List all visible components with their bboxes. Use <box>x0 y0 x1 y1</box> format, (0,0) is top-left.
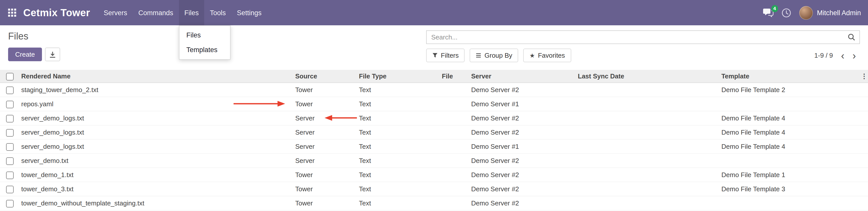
cell-file-type: Text <box>357 140 440 154</box>
files-dropdown-menu: Files Templates <box>179 25 230 60</box>
cell-last-sync-date <box>576 97 719 111</box>
cell-file <box>440 111 469 125</box>
cell-file-type: Text <box>357 83 440 97</box>
export-button[interactable] <box>45 48 60 61</box>
download-icon <box>49 51 56 58</box>
cell-file-type: Text <box>357 154 440 168</box>
page-title: Files <box>8 31 60 42</box>
dropdown-item-files[interactable]: Files <box>179 28 230 42</box>
column-header-template[interactable]: Template <box>719 70 860 83</box>
cell-last-sync-date <box>576 83 719 97</box>
row-checkbox[interactable] <box>6 171 14 179</box>
cell-file-type: Text <box>357 97 440 111</box>
search-icon[interactable] <box>848 33 855 41</box>
pager-previous-button[interactable]: ‹ <box>837 50 848 60</box>
cell-template: Demo File Template 4 <box>719 111 860 125</box>
table-row[interactable]: server_demo_logs.txt Server Text Demo Se… <box>0 125 868 140</box>
activities-button[interactable] <box>781 8 791 18</box>
app-window: Cetmix Tower Servers Commands Files File… <box>0 0 868 211</box>
cell-last-sync-date <box>576 125 719 140</box>
cell-template: Demo File Template 4 <box>719 140 860 154</box>
column-header-last-sync-date[interactable]: Last Sync Date <box>576 70 719 83</box>
user-name: Mitchell Admin <box>817 9 861 17</box>
cell-last-sync-date <box>576 111 719 125</box>
cell-template <box>719 154 860 168</box>
cell-rendered-name: staging_tower_demo_2.txt <box>20 83 293 97</box>
table-row[interactable]: staging_tower_demo_2.txt Tower Text Demo… <box>0 83 868 97</box>
table-row[interactable]: repos.yaml Tower Text Demo Server #1 <box>0 97 868 111</box>
search-box <box>426 30 860 44</box>
table-row[interactable]: tower_demo_without_template_staging.txt … <box>0 196 868 210</box>
column-header-file[interactable]: File <box>440 70 469 83</box>
control-panel-left: Files Create <box>8 29 60 70</box>
filters-label: Filters <box>441 52 459 59</box>
row-checkbox[interactable] <box>6 129 14 137</box>
navbar-systray: 4 Mitchell Admin <box>763 0 861 25</box>
row-checkbox[interactable] <box>6 185 14 193</box>
row-checkbox[interactable] <box>6 200 14 207</box>
row-checkbox[interactable] <box>6 115 14 122</box>
select-all-checkbox[interactable] <box>6 72 14 80</box>
star-icon: ★ <box>530 52 535 58</box>
cell-server: Demo Server #1 <box>469 140 576 154</box>
create-button[interactable]: Create <box>8 48 42 61</box>
cell-last-sync-date <box>576 154 719 168</box>
cell-server: Demo Server #2 <box>469 168 576 182</box>
cell-last-sync-date <box>576 182 719 196</box>
search-input[interactable] <box>426 30 860 44</box>
cell-last-sync-date <box>576 196 719 210</box>
nav-item-files[interactable]: Files <box>179 0 204 25</box>
row-checkbox[interactable] <box>6 143 14 151</box>
pager-range: 1-9 / 9 <box>814 52 833 59</box>
cell-source: Server <box>293 111 357 125</box>
table-row[interactable]: tower_demo_3.txt Tower Text Demo Server … <box>0 182 868 196</box>
cell-template: Demo File Template 1 <box>719 168 860 182</box>
optional-columns-toggle[interactable]: ⋮ <box>860 72 868 80</box>
clock-icon <box>781 8 791 18</box>
user-menu[interactable]: Mitchell Admin <box>799 6 861 20</box>
cell-template <box>719 196 860 210</box>
cell-rendered-name: tower_demo_without_template_staging.txt <box>20 196 293 210</box>
cell-rendered-name: repos.yaml <box>20 97 293 111</box>
cell-file <box>440 182 469 196</box>
favorites-label: Favorites <box>538 52 565 59</box>
nav-item-commands[interactable]: Commands <box>133 0 179 25</box>
cell-last-sync-date <box>576 140 719 154</box>
control-panel-right: Filters Group By ★ Favorites 1-9 / 9 <box>426 29 860 70</box>
table-body: staging_tower_demo_2.txt Tower Text Demo… <box>0 83 868 210</box>
table-row[interactable]: server_demo_logs.txt Server Text Demo Se… <box>0 140 868 154</box>
top-navbar: Cetmix Tower Servers Commands Files File… <box>0 0 868 25</box>
cell-rendered-name: tower_demo_1.txt <box>20 168 293 182</box>
cell-server: Demo Server #2 <box>469 154 576 168</box>
table-row[interactable]: tower_demo_1.txt Tower Text Demo Server … <box>0 168 868 182</box>
row-checkbox[interactable] <box>6 157 14 165</box>
filters-button[interactable]: Filters <box>426 49 465 62</box>
favorites-button[interactable]: ★ Favorites <box>524 49 571 62</box>
nav-item-settings[interactable]: Settings <box>231 0 267 25</box>
messages-button[interactable]: 4 <box>763 8 773 17</box>
column-header-server[interactable]: Server <box>469 70 576 83</box>
cell-rendered-name: tower_demo_3.txt <box>20 182 293 196</box>
cell-source: Server <box>293 125 357 140</box>
table-row[interactable]: server_demo_logs.txt Server Text Demo Se… <box>0 111 868 125</box>
cell-source: Tower <box>293 182 357 196</box>
cell-file-type: Text <box>357 125 440 140</box>
column-header-file-type[interactable]: File Type <box>357 70 440 83</box>
column-header-rendered-name[interactable]: Rendered Name <box>20 70 293 83</box>
dropdown-item-templates[interactable]: Templates <box>179 42 230 57</box>
table-row[interactable]: server_demo.txt Server Text Demo Server … <box>0 154 868 168</box>
apps-menu-button[interactable] <box>4 0 20 25</box>
column-header-source[interactable]: Source <box>293 70 357 83</box>
pager-next-button[interactable]: › <box>848 50 860 60</box>
group-by-button[interactable]: Group By <box>470 49 519 62</box>
row-checkbox[interactable] <box>6 86 14 94</box>
nav-item-tools[interactable]: Tools <box>204 0 231 25</box>
cell-rendered-name: server_demo_logs.txt <box>20 140 293 154</box>
cell-server: Demo Server #2 <box>469 125 576 140</box>
files-list-table: Rendered Name Source File Type File Serv… <box>0 70 868 210</box>
cell-template: Demo File Template 4 <box>719 125 860 140</box>
app-brand[interactable]: Cetmix Tower <box>23 0 90 25</box>
nav-item-servers[interactable]: Servers <box>98 0 133 25</box>
cell-server: Demo Server #2 <box>469 83 576 97</box>
row-checkbox[interactable] <box>6 100 14 108</box>
